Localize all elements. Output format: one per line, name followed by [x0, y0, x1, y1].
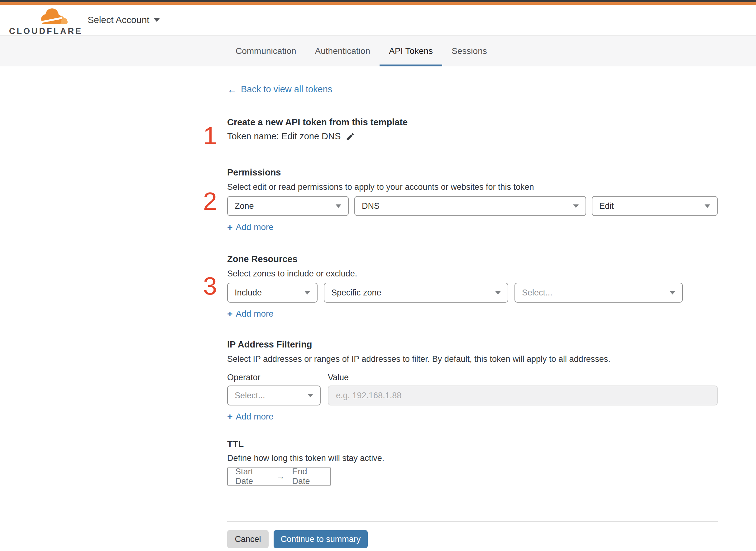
ip-value-input[interactable]	[328, 386, 718, 406]
cloudflare-logo[interactable]: CLOUDFLARE	[9, 7, 70, 36]
caret-down-icon	[573, 204, 579, 208]
tab-authentication[interactable]: Authentication	[306, 36, 380, 66]
ip-filtering-description: Select IP addresses or ranges of IP addr…	[227, 354, 718, 364]
footer-actions: Cancel Continue to summary	[227, 530, 368, 548]
plus-icon: +	[227, 309, 233, 319]
ip-filtering-add-more-link[interactable]: + Add more	[227, 412, 273, 422]
permissions-add-more-link[interactable]: + Add more	[227, 222, 273, 232]
tab-communication[interactable]: Communication	[226, 36, 306, 66]
ip-filtering-row: Select...	[227, 386, 718, 406]
edit-pencil-icon[interactable]	[345, 132, 355, 141]
permission-scope-select[interactable]: Zone	[227, 196, 349, 216]
arrow-left-icon: ←	[227, 84, 237, 94]
caret-down-icon	[670, 291, 675, 295]
zone-resources-description: Select zones to include or exclude.	[227, 268, 718, 279]
zone-resources-section: Zone Resources Select zones to include o…	[227, 254, 718, 319]
page: CLOUDFLARE Select Account Communication …	[0, 0, 756, 551]
cancel-button[interactable]: Cancel	[227, 530, 269, 548]
plus-icon: +	[227, 222, 233, 232]
continue-to-summary-button[interactable]: Continue to summary	[273, 530, 368, 548]
caret-down-icon	[705, 204, 710, 208]
ttl-title: TTL	[227, 439, 718, 449]
zone-resources-title: Zone Resources	[227, 254, 718, 264]
zone-type-select[interactable]: Specific zone	[324, 283, 508, 303]
ip-filtering-section: IP Address Filtering Select IP addresses…	[227, 339, 718, 422]
tab-sessions[interactable]: Sessions	[442, 36, 497, 66]
annotation-step-3: 3	[199, 273, 221, 299]
start-date-placeholder: Start Date	[235, 467, 268, 486]
end-date-placeholder: End Date	[292, 467, 323, 486]
ttl-section: TTL Define how long this token will stay…	[227, 439, 718, 486]
create-token-title: Create a new API token from this templat…	[227, 117, 718, 127]
tab-strip: Communication Authentication API Tokens …	[0, 36, 756, 66]
tabs: Communication Authentication API Tokens …	[226, 36, 497, 66]
app-header: CLOUDFLARE Select Account	[0, 5, 756, 36]
account-selector-label: Select Account	[88, 15, 149, 25]
chevron-down-icon	[154, 18, 160, 22]
plus-icon: +	[227, 412, 233, 421]
account-selector[interactable]: Select Account	[88, 5, 160, 35]
cloudflare-wordmark: CLOUDFLARE	[9, 26, 70, 36]
ip-operator-select[interactable]: Select...	[227, 386, 321, 406]
footer-divider	[227, 521, 718, 522]
caret-down-icon	[304, 291, 310, 295]
caret-down-icon	[335, 204, 341, 208]
ip-filtering-title: IP Address Filtering	[227, 339, 718, 350]
cloudflare-cloud-icon	[38, 7, 69, 26]
permissions-section: Permissions Select edit or read permissi…	[227, 167, 718, 232]
annotation-step-1: 1	[199, 123, 221, 148]
ttl-description: Define how long this token will stay act…	[227, 453, 718, 463]
token-name-row: Token name: Edit zone DNS	[227, 131, 718, 141]
date-range-picker[interactable]: Start Date → End Date	[227, 468, 331, 486]
zone-mode-select[interactable]: Include	[227, 283, 317, 303]
zone-resources-add-more-link[interactable]: + Add more	[227, 309, 273, 319]
value-label: Value	[328, 373, 349, 382]
brand-top-bar	[0, 2, 756, 5]
caret-down-icon	[307, 394, 313, 397]
operator-label: Operator	[227, 373, 328, 382]
permissions-description: Select edit or read permissions to apply…	[227, 182, 718, 192]
back-link-label: Back to view all tokens	[241, 84, 332, 94]
back-to-tokens-link[interactable]: ← Back to view all tokens	[227, 84, 332, 94]
zone-resources-row: Include Specific zone Select...	[227, 283, 718, 303]
ip-filtering-labels: Operator Value	[227, 373, 718, 382]
tab-api-tokens[interactable]: API Tokens	[380, 36, 442, 66]
window-top-edge	[0, 0, 756, 2]
caret-down-icon	[495, 291, 501, 295]
create-token-section: Create a new API token from this templat…	[227, 117, 718, 141]
zone-picker-select[interactable]: Select...	[515, 283, 683, 303]
permissions-row: Zone DNS Edit	[227, 196, 718, 216]
arrow-right-icon: →	[276, 472, 284, 482]
annotation-step-2: 2	[199, 189, 221, 214]
permission-access-select[interactable]: Edit	[592, 196, 718, 216]
permissions-title: Permissions	[227, 167, 718, 178]
token-name-text: Token name: Edit zone DNS	[227, 131, 340, 141]
permission-service-select[interactable]: DNS	[354, 196, 586, 216]
